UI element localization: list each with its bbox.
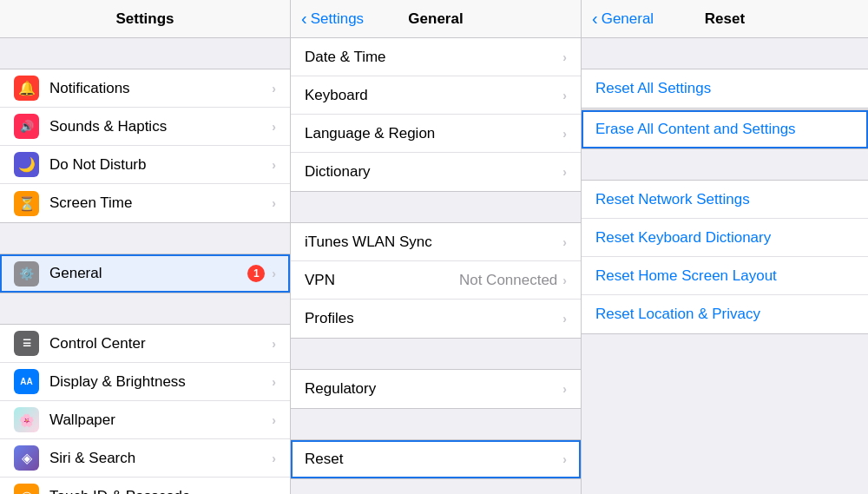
spacer1 [291, 192, 581, 222]
chevron-icon: › [562, 89, 567, 102]
dictionary-label: Dictionary [305, 163, 562, 181]
reset-item-resetlocation[interactable]: Reset Location & Privacy [582, 295, 868, 333]
sidebar-item-sounds[interactable]: 🔊 Sounds & Haptics › [0, 108, 290, 146]
sounds-icon: 🔊 [14, 114, 39, 139]
screentime-icon: ⏳ [14, 191, 39, 216]
resetlocation-label: Reset Location & Privacy [595, 306, 760, 323]
spacer4 [291, 479, 581, 494]
touchid-label: Touch ID & Passcode [49, 488, 272, 495]
reset-title: Reset [705, 10, 745, 28]
spacer2 [291, 339, 581, 369]
reset-item-resethome[interactable]: Reset Home Screen Layout [582, 257, 868, 295]
settings-scroll: 🔔 Notifications › 🔊 Sounds & Haptics › 🌙… [0, 38, 290, 494]
general-column: ‹ Settings General Date & Time › Keyboar… [291, 0, 582, 494]
chevron-icon: › [272, 158, 276, 172]
general-item-vpn[interactable]: VPN Not Connected › [291, 261, 581, 300]
resethome-label: Reset Home Screen Layout [595, 267, 777, 285]
settings-group3: ☰ Control Center › AA Display & Brightne… [0, 324, 290, 494]
general-item-ituneswlan[interactable]: iTunes WLAN Sync › [291, 223, 581, 261]
reset-scroll: Reset All Settings Erase All Content and… [582, 38, 868, 494]
reset-back-button[interactable]: ‹ General [592, 9, 654, 29]
chevron-icon: › [272, 120, 276, 134]
general-scroll: Date & Time › Keyboard › Language & Regi… [291, 38, 581, 494]
chevron-icon: › [272, 451, 276, 465]
sidebar-item-screentime[interactable]: ⏳ Screen Time › [0, 184, 290, 222]
back-arrow-icon: ‹ [592, 9, 598, 29]
general-item-reset[interactable]: Reset › [291, 440, 581, 478]
general-icon: ⚙️ [14, 261, 39, 287]
general-item-keyboard[interactable]: Keyboard › [291, 76, 581, 115]
sidebar-item-donotdisturb[interactable]: 🌙 Do Not Disturb › [0, 146, 290, 184]
settings-group1: 🔔 Notifications › 🔊 Sounds & Haptics › 🌙… [0, 69, 290, 223]
reset-spacer2 [582, 149, 868, 180]
touchid-icon: ◉ [14, 484, 39, 494]
sidebar-item-touchid[interactable]: ◉ Touch ID & Passcode › [0, 478, 290, 494]
general-item-languageregion[interactable]: Language & Region › [291, 115, 581, 153]
displaybrightness-icon: AA [14, 369, 39, 394]
chevron-icon: › [562, 273, 567, 287]
sidebar-item-displaybrightness[interactable]: AA Display & Brightness › [0, 363, 290, 401]
sidebar-item-wallpaper[interactable]: 🌸 Wallpaper › [0, 401, 290, 439]
chevron-icon: › [562, 165, 567, 179]
general-back-button[interactable]: ‹ Settings [301, 9, 364, 29]
chevron-icon: › [272, 337, 276, 351]
siri-icon: ◈ [14, 445, 39, 471]
resetall-label: Reset All Settings [595, 80, 711, 97]
reset-item-resetnetwork[interactable]: Reset Network Settings [582, 181, 868, 219]
general-group-reset: Reset › [291, 439, 581, 479]
general-back-label: Settings [311, 10, 364, 28]
sidebar-item-siri[interactable]: ◈ Siri & Search › [0, 439, 290, 478]
chevron-icon: › [272, 267, 276, 280]
languageregion-label: Language & Region [305, 125, 562, 142]
sidebar-item-controlcenter[interactable]: ☰ Control Center › [0, 325, 290, 363]
reset-item-resetkeyboard[interactable]: Reset Keyboard Dictionary [582, 219, 868, 257]
controlcenter-label: Control Center [49, 335, 272, 352]
reset-group1: Reset All Settings [582, 69, 868, 109]
general-badge: 1 [247, 265, 265, 282]
chevron-icon: › [272, 375, 276, 389]
settings-title: Settings [115, 10, 174, 28]
regulatory-label: Regulatory [305, 380, 562, 398]
general-item-profiles[interactable]: Profiles › [291, 300, 581, 338]
general-group-top: Date & Time › Keyboard › Language & Regi… [291, 38, 581, 192]
sidebar-item-notifications[interactable]: 🔔 Notifications › [0, 69, 290, 108]
displaybrightness-label: Display & Brightness [49, 373, 272, 391]
chevron-icon: › [562, 382, 567, 396]
reset-navbar: ‹ General Reset [582, 0, 868, 38]
wallpaper-label: Wallpaper [49, 412, 272, 429]
reset-group3: Reset Network Settings Reset Keyboard Di… [582, 180, 868, 334]
reset-item-resetall[interactable]: Reset All Settings [582, 69, 868, 108]
settings-group2: ⚙️ General 1 › [0, 254, 290, 293]
back-arrow-icon: ‹ [301, 9, 307, 29]
siri-label: Siri & Search [49, 450, 272, 467]
sounds-label: Sounds & Haptics [49, 118, 272, 135]
reset-item-eraseall[interactable]: Erase All Content and Settings [582, 110, 868, 148]
notifications-icon: 🔔 [14, 76, 39, 101]
donotdisturb-icon: 🌙 [14, 152, 39, 177]
chevron-icon: › [272, 490, 276, 495]
general-item-dictionary[interactable]: Dictionary › [291, 153, 581, 191]
sidebar-item-general[interactable]: ⚙️ General 1 › [0, 254, 290, 293]
general-title: General [408, 10, 463, 28]
chevron-icon: › [562, 50, 567, 64]
reset-label: Reset [305, 451, 562, 468]
reset-column: ‹ General Reset Reset All Settings Erase… [582, 0, 868, 494]
general-label: General [49, 265, 247, 282]
chevron-icon: › [562, 235, 567, 249]
profiles-label: Profiles [305, 310, 562, 327]
general-navbar: ‹ Settings General [291, 0, 581, 38]
chevron-icon: › [562, 452, 567, 466]
chevron-icon: › [272, 413, 276, 427]
wallpaper-icon: 🌸 [14, 407, 39, 432]
general-group-mid: iTunes WLAN Sync › VPN Not Connected › P… [291, 222, 581, 339]
ituneswlan-label: iTunes WLAN Sync [305, 234, 562, 251]
general-group-regulatory: Regulatory › [291, 369, 581, 409]
reset-group2: Erase All Content and Settings [582, 109, 868, 149]
notifications-label: Notifications [49, 80, 272, 97]
resetkeyboard-label: Reset Keyboard Dictionary [595, 229, 771, 247]
spacer3 [291, 409, 581, 439]
donotdisturb-label: Do Not Disturb [49, 156, 272, 174]
general-item-regulatory[interactable]: Regulatory › [291, 370, 581, 408]
general-item-datetime[interactable]: Date & Time › [291, 38, 581, 76]
chevron-icon: › [272, 82, 276, 96]
